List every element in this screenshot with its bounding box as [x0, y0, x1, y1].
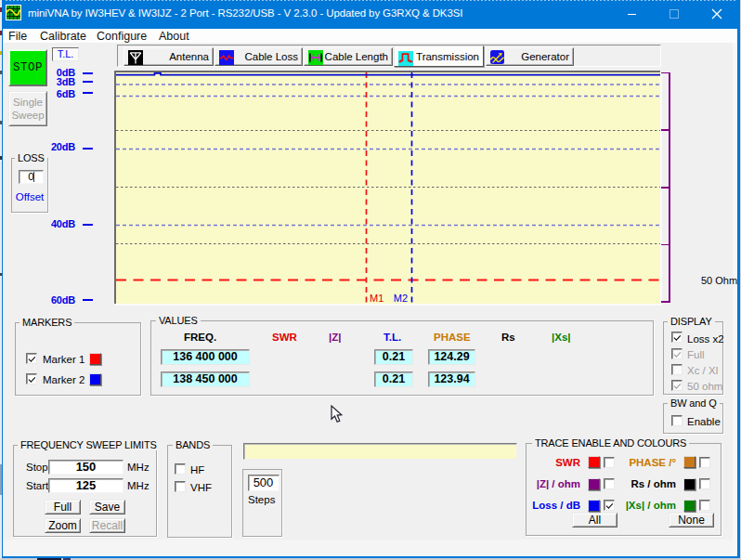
- svg-text:M1: M1: [370, 293, 384, 304]
- svg-text:M2: M2: [394, 293, 408, 304]
